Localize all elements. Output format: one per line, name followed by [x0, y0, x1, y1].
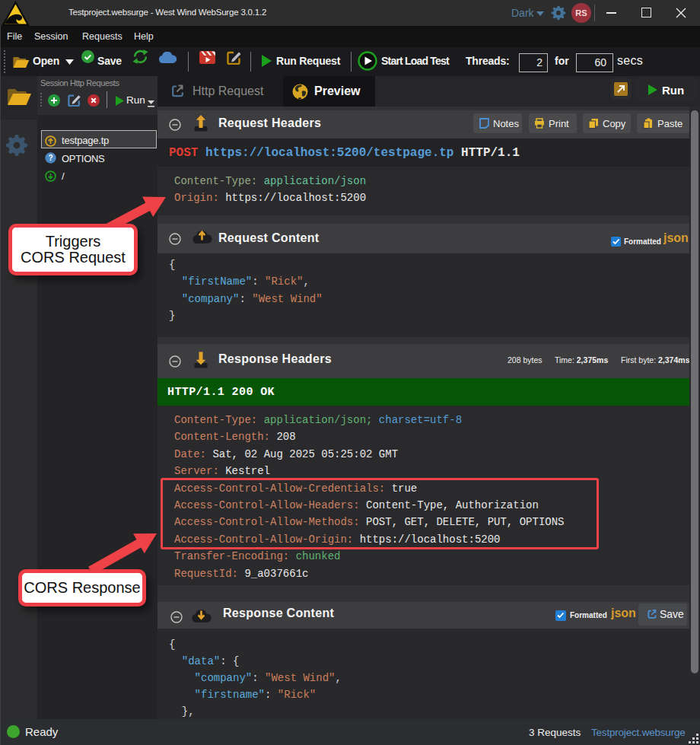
svg-text:?: ? [48, 154, 52, 162]
